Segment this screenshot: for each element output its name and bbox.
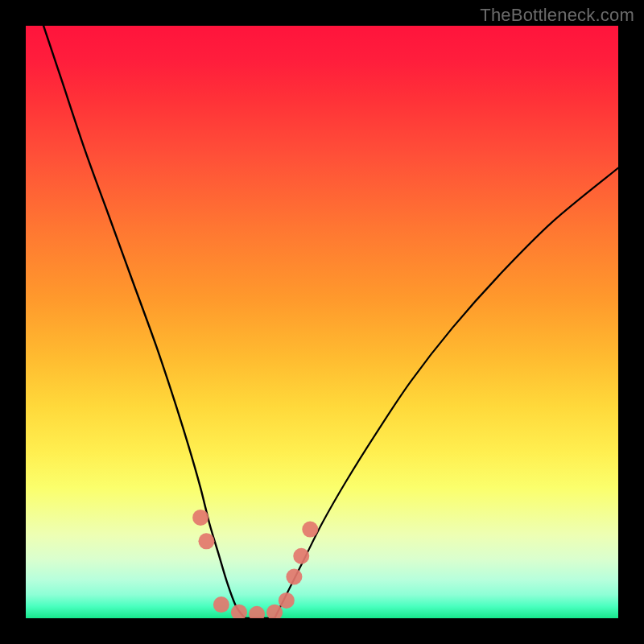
- data-marker: [302, 522, 318, 538]
- data-marker: [198, 533, 214, 549]
- data-marker: [231, 605, 247, 618]
- watermark-text: TheBottleneck.com: [480, 5, 634, 26]
- data-marker: [293, 548, 309, 564]
- data-marker: [213, 597, 229, 613]
- right-branch-curve: [275, 168, 618, 618]
- left-branch-curve: [43, 26, 245, 618]
- plot-area: [26, 26, 618, 618]
- marker-group: [192, 510, 318, 618]
- curve-layer: [26, 26, 618, 618]
- data-marker: [279, 592, 295, 609]
- data-marker: [192, 510, 208, 526]
- chart-frame: TheBottleneck.com: [0, 0, 644, 644]
- data-marker: [286, 568, 302, 584]
- data-marker: [249, 606, 265, 618]
